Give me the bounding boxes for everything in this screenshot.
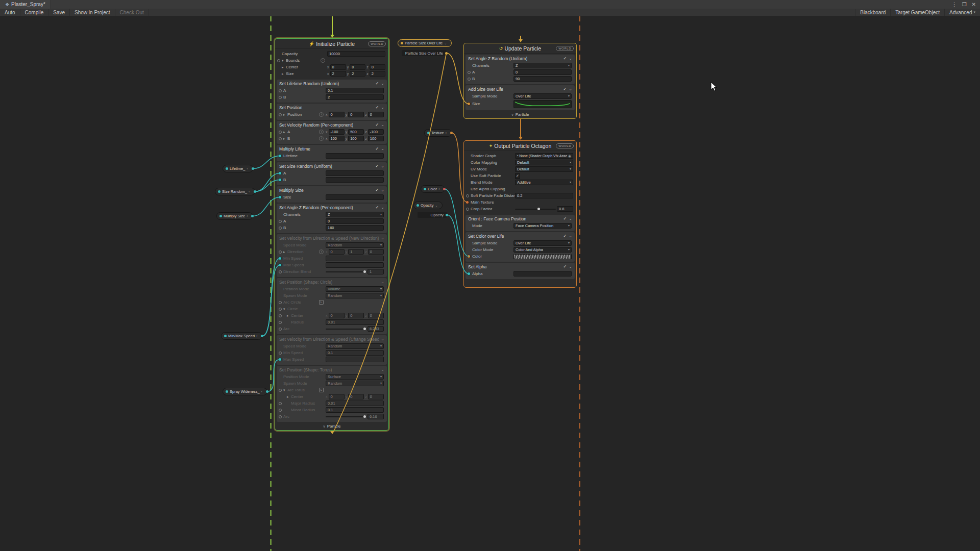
connected-port[interactable] [279,196,281,198]
input-port[interactable] [279,96,282,99]
parameter-node-particle-size-over-life[interactable]: Particle Size Over Life⌄ [398,39,452,47]
input-port[interactable] [468,78,471,81]
block-header[interactable]: Set Angle.Z Random (Uniform)✓⌄ [465,55,575,62]
slider-value-field[interactable]: 1 [368,269,384,274]
fold-open-icon[interactable]: ▾ [283,307,287,311]
collapse-icon[interactable]: ‹ [249,190,250,193]
value-field[interactable] [513,271,572,277]
value-field[interactable]: 0.1 [326,88,384,93]
value-field[interactable] [326,262,384,268]
input-port[interactable] [279,352,282,355]
input-port[interactable] [279,321,282,324]
value-field[interactable]: 0 [326,218,384,224]
collapse-chevron-icon[interactable]: ⌄ [381,146,384,151]
fold-closed-icon[interactable]: ▸ [287,395,291,399]
dropdown[interactable]: Default▾ [515,166,573,172]
block-header[interactable]: Set Velocity from Direction & Speed (New… [277,234,387,242]
value-field[interactable]: 0.1 [326,407,384,413]
slider-value-field[interactable]: 6.16 [368,414,384,419]
block-set-angle-z-random-uniform[interactable]: Set Angle.Z Random (Uniform)✓⌄ChannelsZ▾… [465,55,575,84]
connected-port[interactable] [468,272,470,275]
axis-field[interactable]: 100 [329,136,345,141]
context-header[interactable]: ↺Update ParticleWORLD [464,43,576,54]
object-picker-icon[interactable]: ◉ [568,154,571,158]
axis-field[interactable]: 500 [348,129,364,135]
fold-closed-icon[interactable]: ▸ [283,113,287,117]
fold-closed-icon[interactable]: ▸ [283,137,287,141]
axis-field[interactable]: 0 [329,394,345,399]
dropdown[interactable]: Additive▾ [515,180,573,185]
block-header[interactable]: Set Lifetime Random (Uniform)✓⌄ [277,80,387,87]
collapse-chevron-icon[interactable]: ⌄ [381,81,384,86]
block-set-lifetime-random-uniform[interactable]: Set Lifetime Random (Uniform)✓⌄A0.1B2 [277,80,387,103]
collapse-icon[interactable]: ‹ [256,334,257,338]
output-port[interactable] [251,215,254,217]
collapse-chevron-icon[interactable]: ⌄ [381,236,384,240]
collapse-chevron-icon[interactable]: ⌄ [381,205,384,210]
dropdown[interactable]: Surface▾ [326,374,384,380]
dropdown[interactable]: Over Life▾ [513,93,572,99]
blackboard-button[interactable]: Blackboard [855,9,890,16]
dropdown[interactable]: Default▾ [515,160,573,165]
slider-handle[interactable] [363,415,366,418]
block-set-position[interactable]: Set Position✓⌄▸Positionix0y0z0 [277,104,387,120]
axis-field[interactable]: 0 [368,249,384,255]
axis-field[interactable]: 0 [329,112,345,117]
axis-field[interactable]: 1 [348,249,364,255]
collapse-chevron-icon[interactable]: ⌄ [381,337,384,341]
value-field[interactable] [326,170,384,176]
dropdown[interactable]: Z▾ [326,212,384,217]
block-enabled-check-icon[interactable]: ✓ [376,164,379,168]
slider-value-field[interactable]: 6.283 [368,326,384,332]
block-add-size-over-life[interactable]: Add Size over Life✓⌄Sample ModeOver Life… [465,85,575,110]
slider-track[interactable] [326,329,366,330]
block-multiply-lifetime[interactable]: Multiply Lifetime✓⌄Lifetime [277,145,387,161]
restore-window-icon[interactable]: ❐ [962,2,967,7]
parameter-node-multiply-size[interactable]: Multiply Size‹ [216,212,253,220]
input-port[interactable] [279,131,282,134]
value-field[interactable]: 0.01 [326,400,384,406]
dropdown[interactable]: Random▾ [326,242,384,248]
value-field[interactable]: 10000 [327,51,385,57]
block-header[interactable]: Set Alpha✓⌄ [465,263,575,270]
input-port[interactable] [466,208,469,211]
axis-field[interactable]: 0 [368,112,384,117]
value-field[interactable]: 0 [513,69,572,75]
input-port[interactable] [279,137,282,140]
input-port[interactable] [279,301,282,304]
slider-value-field[interactable]: 0.8 [557,206,573,212]
collapse-icon[interactable]: ‹ [446,131,447,135]
input-port[interactable] [279,328,282,331]
collapse-chevron-icon[interactable]: ⌄ [381,188,384,192]
block-enabled-check-icon[interactable]: ✓ [564,87,567,91]
connected-port[interactable] [279,264,281,266]
collapse-chevron-icon[interactable]: ⌄ [381,105,384,110]
block-enabled-check-icon[interactable]: ✓ [376,205,379,210]
fold-closed-icon[interactable]: ▸ [287,314,291,318]
axis-field[interactable]: 0 [329,313,345,318]
input-port[interactable] [468,71,471,74]
connected-port[interactable] [468,103,470,105]
output-port[interactable] [445,52,448,55]
slider-track[interactable] [326,271,366,272]
output-port[interactable] [252,167,254,170]
block-set-velocity-from-direction-speed-new-direction[interactable]: Set Velocity from Direction & Speed (New… [277,234,387,277]
input-port[interactable] [279,314,282,317]
block-header[interactable]: Set Position (Shape: Torus)⌄ [277,366,387,373]
value-field[interactable] [326,357,384,362]
gradient-field[interactable] [513,254,572,259]
block-set-velocity-random-per-component[interactable]: Set Velocity Random (Per-component)✓⌄▸Ai… [277,121,387,144]
object-field[interactable]: ▪None (Shader Graph Vfx Asset)◉ [515,153,573,159]
input-port[interactable] [277,59,280,62]
fold-closed-icon[interactable]: ▸ [282,65,286,69]
block-set-position-shape-circle[interactable]: Set Position (Shape: Circle)⌄Position Mo… [277,278,387,334]
output-port[interactable] [261,335,263,337]
parameter-node-opacity[interactable]: Opacity⌄ [413,202,443,209]
input-port[interactable] [279,389,282,392]
parameter-node-min-max-speed[interactable]: Min/Max Speed‹ [221,332,262,340]
value-field[interactable] [326,153,384,159]
connected-port[interactable] [279,257,281,260]
compile-button[interactable]: Compile [20,9,49,16]
value-field[interactable]: 2 [326,94,384,100]
value-field[interactable]: 0.1 [326,350,384,356]
